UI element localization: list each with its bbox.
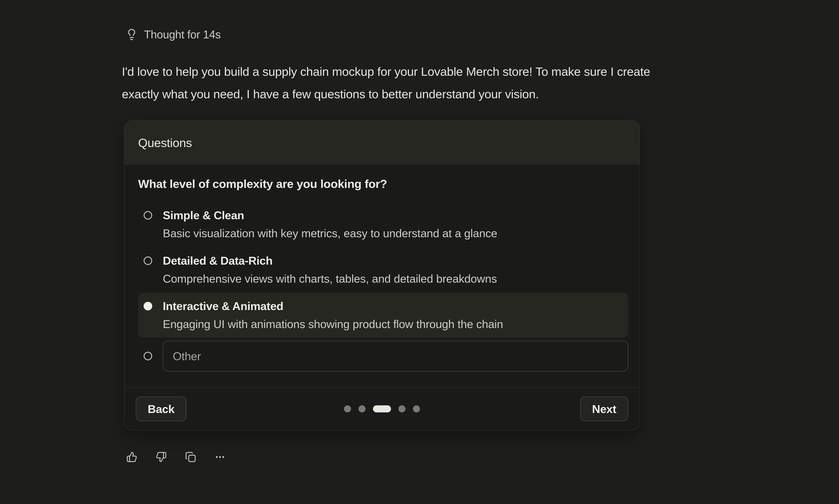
option-simple-clean[interactable]: Simple & Clean Basic visualization with … <box>138 202 628 247</box>
copy-icon[interactable] <box>185 452 196 463</box>
message-line: exactly what you need, I have a few ques… <box>122 83 650 105</box>
pagination-dot <box>359 406 366 412</box>
option-title: Detailed & Data-Rich <box>163 252 497 270</box>
option-description: Engaging UI with animations showing prod… <box>163 315 503 333</box>
option-title: Interactive & Animated <box>163 297 503 315</box>
thought-label: Thought for 14s <box>144 28 221 41</box>
option-description: Comprehensive views with charts, tables,… <box>163 270 497 288</box>
option-other[interactable] <box>138 338 628 372</box>
option-title: Simple & Clean <box>163 206 497 224</box>
card-footer: Back Next <box>124 388 640 430</box>
next-button[interactable]: Next <box>580 397 628 421</box>
other-input[interactable] <box>163 341 628 372</box>
chat-page: { "colors": { "page_bg": "#1d1d1c", "car… <box>0 0 839 504</box>
option-description: Basic visualization with key metrics, ea… <box>163 224 497 242</box>
radio-icon[interactable] <box>144 211 152 220</box>
pagination-dot <box>413 406 420 412</box>
radio-selected-icon[interactable] <box>144 302 152 310</box>
card-header: Questions <box>124 121 640 165</box>
card-body: What level of complexity are you looking… <box>124 165 640 372</box>
thought-toggle[interactable]: Thought for 14s <box>126 28 221 41</box>
questions-card: Questions What level of complexity are y… <box>124 120 640 430</box>
pagination-dot-active <box>373 406 391 412</box>
options-list: Simple & Clean Basic visualization with … <box>138 202 628 372</box>
pagination-dot <box>399 406 405 412</box>
pagination-dots <box>344 406 420 412</box>
card-title: Questions <box>138 136 192 150</box>
message-actions <box>126 452 226 463</box>
radio-icon[interactable] <box>144 352 152 360</box>
option-interactive-animated[interactable]: Interactive & Animated Engaging UI with … <box>138 293 628 338</box>
option-detailed-data-rich[interactable]: Detailed & Data-Rich Comprehensive views… <box>138 247 628 292</box>
ellipsis-icon[interactable] <box>214 452 226 463</box>
thumbs-up-icon[interactable] <box>126 452 137 463</box>
back-button[interactable]: Back <box>136 397 187 421</box>
question-heading: What level of complexity are you looking… <box>138 177 628 191</box>
lightbulb-icon <box>126 29 138 40</box>
radio-icon[interactable] <box>144 256 152 265</box>
thumbs-down-icon[interactable] <box>156 452 167 463</box>
pagination-dot <box>344 406 351 412</box>
message-line: I'd love to help you build a supply chai… <box>122 60 650 83</box>
assistant-message: I'd love to help you build a supply chai… <box>122 60 650 105</box>
